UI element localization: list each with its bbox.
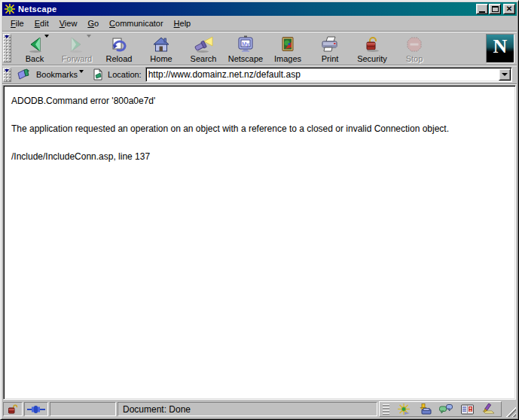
bookmarks-button[interactable]: Bookmarks [14, 68, 87, 81]
toolbar-grip[interactable] [3, 34, 11, 62]
forward-arrow-icon [68, 35, 86, 53]
printer-icon [320, 35, 340, 53]
address-book-component-button[interactable] [457, 403, 477, 415]
netscape-throbber-logo[interactable]: N [486, 34, 514, 63]
bookmark-icon [17, 68, 33, 81]
security-button[interactable]: Security [351, 33, 393, 63]
navigator-component-button[interactable] [394, 403, 414, 415]
menu-view[interactable]: View [54, 17, 83, 30]
plug-icon [27, 406, 45, 413]
close-button[interactable]: ✕ [503, 4, 515, 14]
reload-icon [110, 35, 128, 53]
url-dropdown-button[interactable] [499, 68, 511, 81]
search-flashlight-icon [194, 35, 213, 53]
images-button[interactable]: Images [267, 33, 309, 63]
navigation-toolbar: Back Forward Reload [2, 32, 517, 65]
status-bar: Document: Done [2, 400, 517, 418]
window-resize-grip[interactable] [505, 406, 516, 417]
composer-component-button[interactable] [478, 403, 498, 415]
back-arrow-icon [26, 35, 44, 53]
location-bar-grip[interactable] [3, 68, 11, 82]
menu-go[interactable]: Go [82, 17, 104, 30]
reload-button[interactable]: Reload [98, 33, 140, 63]
security-padlock-icon [363, 35, 381, 53]
progress-bar [50, 402, 116, 416]
chevron-down-icon [502, 73, 508, 76]
component-bar-grip[interactable] [383, 404, 389, 415]
inbox-icon [419, 403, 432, 415]
home-icon [152, 35, 170, 53]
menu-communicator[interactable]: Communicator [104, 17, 169, 30]
back-button[interactable]: Back [14, 33, 56, 63]
maximize-icon [492, 6, 499, 12]
back-history-arrow-icon [44, 35, 49, 38]
forward-history-arrow-icon [87, 35, 91, 38]
inbox-component-button[interactable] [415, 403, 435, 415]
navigator-wheel-icon [398, 403, 410, 415]
search-button[interactable]: Search [182, 33, 224, 63]
menu-bar: File Edit View Go Communicator Help [2, 16, 517, 32]
location-label: Location: [108, 70, 142, 79]
forward-button[interactable]: Forward [56, 33, 98, 63]
location-bar: Bookmarks Location: [2, 65, 517, 84]
connection-status-cell[interactable] [24, 402, 48, 416]
menu-edit[interactable]: Edit [29, 17, 54, 30]
browser-window: Netscape ✕ File Edit View Go Communicato… [0, 0, 519, 420]
images-picture-icon [279, 35, 297, 53]
netscape-starburst-icon [4, 4, 16, 14]
url-input[interactable] [146, 68, 498, 81]
page-proxy-icon[interactable] [93, 68, 103, 81]
my-netscape-button[interactable]: My Netscape [224, 33, 267, 63]
title-bar[interactable]: Netscape ✕ [2, 2, 517, 16]
minimize-button[interactable] [476, 4, 488, 14]
print-button[interactable]: Print [309, 33, 351, 63]
window-title: Netscape [18, 5, 475, 14]
component-bar [379, 401, 502, 417]
url-field-wrap [145, 67, 512, 82]
bookmarks-dropdown-icon [79, 70, 84, 73]
close-icon: ✕ [506, 5, 512, 13]
stop-button[interactable]: Stop [393, 33, 435, 63]
netscape-n-letter: N [493, 37, 508, 56]
minimize-icon [479, 11, 485, 13]
page-content: ADODB.Command error '800a0e7d' The appli… [3, 85, 516, 400]
security-status-cell[interactable] [3, 402, 23, 416]
home-button[interactable]: Home [140, 33, 182, 63]
menu-help[interactable]: Help [169, 17, 197, 30]
error-description: The application requested an operation o… [11, 123, 508, 135]
maximize-button[interactable] [489, 4, 501, 14]
error-source-line: /Include/IncludeConn.asp, line 137 [11, 151, 508, 163]
discussions-icon [439, 404, 453, 415]
discussions-component-button[interactable] [436, 403, 456, 415]
error-title: ADODB.Command error '800a0e7d' [11, 96, 508, 107]
my-netscape-monitor-icon: My [237, 35, 255, 53]
svg-text:My: My [242, 41, 249, 47]
unlocked-padlock-icon [8, 404, 18, 415]
bookmarks-label: Bookmarks [36, 70, 78, 79]
stop-sign-icon [405, 35, 423, 53]
address-book-icon [461, 404, 474, 415]
menu-file[interactable]: File [5, 17, 29, 30]
status-message: Document: Done [118, 402, 377, 416]
composer-icon [481, 403, 495, 415]
